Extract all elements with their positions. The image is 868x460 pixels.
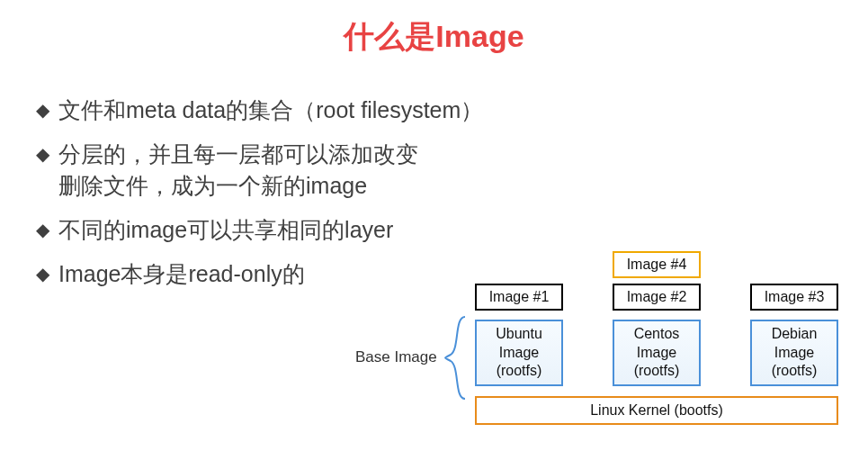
bullet-item: ◆ 分层的，并且每一层都可以添加改变删除文件，成为一个新的image [36, 139, 504, 202]
bullet-item: ◆ 文件和meta data的集合（root filesystem） [36, 95, 504, 126]
image-3-label-box: Image #3 [750, 284, 838, 311]
linux-kernel-box: Linux Kernel (bootfs) [475, 396, 838, 425]
bullet-text: 分层的，并且每一层都可以添加改变删除文件，成为一个新的image [58, 139, 418, 202]
bullet-text: 不同的image可以共享相同的layer [58, 214, 393, 246]
debian-base-box: DebianImage(rootfs) [750, 320, 838, 386]
diamond-icon: ◆ [36, 214, 49, 245]
slide-title: 什么是Image [0, 0, 868, 67]
image-1-label-box: Image #1 [475, 284, 563, 311]
diamond-icon: ◆ [36, 95, 49, 125]
base-image-label: Base Image [355, 348, 437, 366]
brace-icon [443, 315, 469, 401]
image-2-label-box: Image #2 [613, 284, 701, 311]
diamond-icon: ◆ [36, 139, 49, 169]
diamond-icon: ◆ [36, 258, 49, 289]
image-layer-diagram: Base Image Image #4 Image #1 UbuntuImage… [355, 248, 859, 446]
bullet-item: ◆ 不同的image可以共享相同的layer [36, 214, 504, 246]
bullet-text: 文件和meta data的集合（root filesystem） [58, 95, 483, 126]
bullet-text: Image本身是read-only的 [58, 258, 305, 290]
image-4-box: Image #4 [613, 251, 701, 278]
centos-base-box: CentosImage(rootfs) [613, 320, 701, 386]
ubuntu-base-box: UbuntuImage(rootfs) [475, 320, 563, 386]
